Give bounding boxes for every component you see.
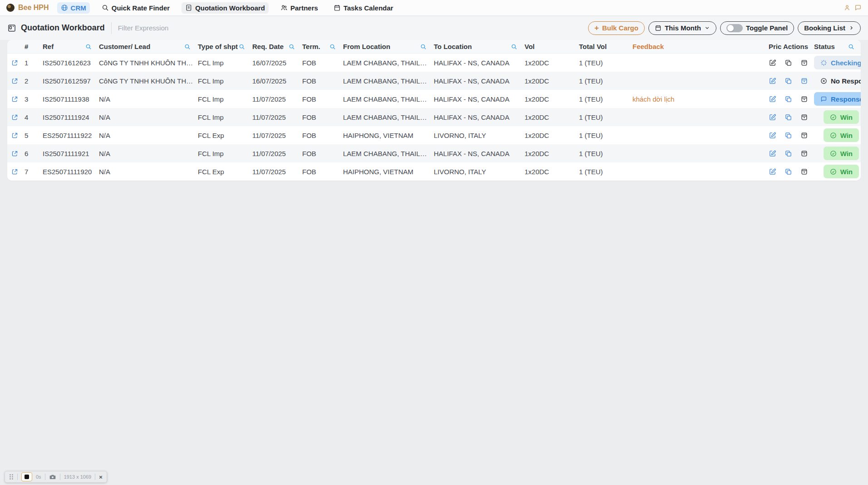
status-badge[interactable]: Win [824, 110, 859, 124]
column-header[interactable]: # [22, 40, 40, 53]
edit-action-icon[interactable] [769, 59, 776, 67]
column-search-icon[interactable] [184, 44, 191, 50]
archive-action-icon[interactable] [800, 113, 808, 121]
copy-action-icon[interactable] [785, 59, 792, 67]
column-header[interactable]: Customer/ Lead [96, 40, 195, 53]
customer-cell: N/A [96, 168, 195, 176]
column-header[interactable]: Term. [299, 40, 340, 53]
shipment-type-cell: FCL Exp [195, 132, 250, 139]
table-row[interactable]: 2 IS25071612597 CôNG TY TNHH KHUÔN THÉ..… [7, 72, 861, 90]
status-badge[interactable]: Responsed [814, 92, 861, 106]
column-search-icon[interactable] [420, 44, 427, 50]
toggle-panel-control[interactable]: Toggle Panel [720, 21, 794, 35]
recorder-toolbar[interactable]: 0s 868 x 485 × [5, 471, 107, 483]
copy-action-icon[interactable] [785, 77, 792, 85]
archive-action-icon[interactable] [800, 77, 808, 85]
table-row[interactable]: 7 ES25071111920 N/A FCL Exp 11/07/2025 F… [7, 162, 861, 181]
open-quotation-icon[interactable] [11, 168, 18, 175]
column-label: Ref [43, 43, 54, 50]
nav-item-quotation-workboard[interactable]: Quotation Workboard [181, 2, 269, 14]
nav-item-crm[interactable]: CRM [57, 2, 90, 14]
copy-action-icon[interactable] [785, 95, 792, 103]
ref-cell: IS25071111921 [40, 150, 96, 157]
archive-action-icon[interactable] [800, 132, 808, 139]
copy-action-icon[interactable] [785, 132, 792, 139]
column-header[interactable]: Ref [40, 40, 96, 53]
customer-cell: N/A [96, 95, 195, 103]
table-row[interactable]: 5 ES25071111922 N/A FCL Exp 11/07/2025 F… [7, 126, 861, 144]
column-search-icon[interactable] [289, 44, 295, 50]
bulk-cargo-button[interactable]: + Bulk Cargo [588, 21, 645, 35]
column-header[interactable] [7, 40, 22, 53]
edit-action-icon[interactable] [769, 113, 776, 121]
globe-icon [61, 4, 68, 11]
table-row[interactable]: 1 IS25071612623 CôNG TY TNHH KHUÔN THÉ..… [7, 54, 861, 72]
column-header[interactable]: Pric Actions [753, 40, 811, 53]
status-badge[interactable]: Checking [814, 56, 861, 69]
chat-icon[interactable] [854, 4, 862, 11]
filter-expression-input[interactable] [118, 24, 263, 32]
edit-action-icon[interactable] [769, 95, 776, 103]
copy-action-icon[interactable] [785, 113, 792, 121]
column-header[interactable]: Total Vol [576, 40, 630, 53]
camera-icon[interactable] [49, 473, 56, 480]
edit-action-icon[interactable] [769, 132, 776, 139]
table-row[interactable]: 4 IS25071111924 N/A FCL Imp 11/07/2025 F… [7, 108, 861, 126]
edit-action-icon[interactable] [769, 150, 776, 157]
status-badge[interactable]: Win [824, 165, 859, 178]
from-location-cell: HAIPHONG, VIETNAM [340, 168, 431, 176]
column-search-icon[interactable] [848, 44, 854, 50]
archive-action-icon[interactable] [800, 95, 808, 103]
open-quotation-icon[interactable] [11, 78, 18, 84]
column-header[interactable]: To Location [431, 40, 522, 53]
drag-handle-icon[interactable] [9, 474, 14, 480]
status-badge[interactable]: Win [824, 147, 859, 160]
copy-action-icon[interactable] [785, 150, 792, 157]
column-search-icon[interactable] [329, 44, 336, 50]
table-row[interactable]: 6 IS25071111921 N/A FCL Imp 11/07/2025 F… [7, 144, 861, 162]
shipment-type-cell: FCL Imp [195, 77, 250, 85]
term-cell: FOB [299, 77, 340, 85]
user-icon[interactable] [843, 4, 851, 11]
nav-item-tasks-calendar[interactable]: Tasks Calendar [330, 2, 397, 14]
column-header[interactable]: Feedback [630, 40, 753, 53]
archive-action-icon[interactable] [800, 150, 808, 157]
copy-action-icon[interactable] [785, 168, 792, 176]
nav-item-partners[interactable]: Partners [277, 2, 322, 14]
brand[interactable]: Bee HPH [6, 4, 49, 12]
status-label: Responsed [831, 95, 861, 103]
edit-action-icon[interactable] [769, 77, 776, 85]
column-header[interactable]: Type of shpt [195, 40, 250, 53]
column-header[interactable]: Vol [522, 40, 576, 53]
open-quotation-icon[interactable] [11, 132, 18, 139]
column-header[interactable]: Status [811, 40, 861, 53]
toggle-switch[interactable] [726, 24, 743, 32]
period-dropdown[interactable]: This Month [648, 21, 716, 35]
booking-list-button[interactable]: Booking List [798, 21, 861, 35]
column-search-icon[interactable] [239, 44, 245, 50]
divider [45, 474, 45, 480]
column-search-icon[interactable] [85, 44, 92, 50]
status-badge[interactable]: No Response [814, 74, 861, 88]
stop-recording-button[interactable] [21, 472, 32, 481]
edit-action-icon[interactable] [769, 168, 776, 176]
ref-cell: IS25071111924 [40, 113, 96, 121]
page-title: Quotation Workboard [21, 23, 105, 33]
column-header[interactable]: From Location [340, 40, 431, 53]
column-search-icon[interactable] [511, 44, 517, 50]
close-icon[interactable]: × [99, 474, 103, 480]
ref-cell: IS25071612623 [40, 59, 96, 67]
shipment-type-cell: FCL Imp [195, 95, 250, 103]
open-quotation-icon[interactable] [11, 150, 18, 157]
feedback-cell: khách dời lịch [630, 95, 753, 103]
archive-action-icon[interactable] [800, 59, 808, 67]
open-quotation-icon[interactable] [11, 114, 18, 121]
open-quotation-icon[interactable] [11, 96, 18, 103]
table-row[interactable]: 3 IS25071111938 N/A FCL Imp 11/07/2025 F… [7, 90, 861, 108]
check-circle-icon [830, 150, 837, 157]
archive-action-icon[interactable] [800, 168, 808, 176]
nav-item-quick-rate-finder[interactable]: Quick Rate Finder [98, 2, 173, 14]
column-header[interactable]: Req. Date [250, 40, 299, 53]
open-quotation-icon[interactable] [11, 59, 18, 66]
status-badge[interactable]: Win [824, 128, 859, 142]
